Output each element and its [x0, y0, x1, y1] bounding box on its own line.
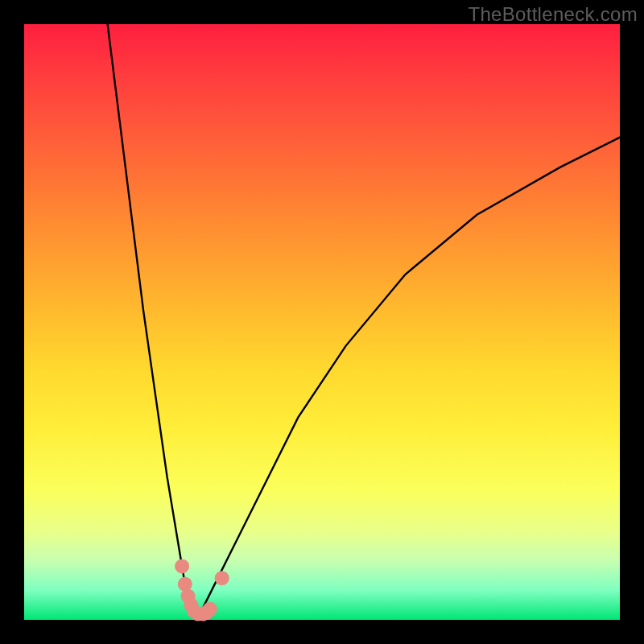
chart-frame: TheBottleneck.com — [0, 0, 644, 644]
highlight-point — [203, 602, 217, 617]
plot-area — [24, 24, 620, 620]
highlight-points-group — [175, 559, 229, 621]
highlight-point — [215, 571, 229, 585]
curve-svg — [24, 24, 620, 620]
watermark-text: TheBottleneck.com — [468, 3, 638, 26]
bottleneck-curve-left-path — [108, 24, 197, 620]
bottleneck-curve-right-path — [197, 138, 620, 620]
highlight-point — [175, 559, 189, 573]
